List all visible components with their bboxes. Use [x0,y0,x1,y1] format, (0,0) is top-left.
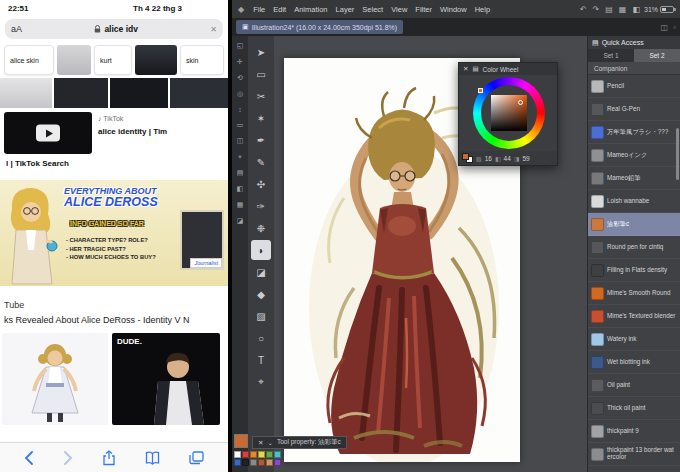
tool-pen[interactable]: ✒ [251,130,271,150]
suggestion-chip[interactable]: kurt [94,45,132,75]
result-title-link[interactable]: ks Revealed About Alice DeRoss - Identit… [0,313,228,329]
snap-icon[interactable]: ⌖ [238,153,242,161]
menu-window[interactable]: Window [436,5,471,14]
menu-view[interactable]: View [387,5,411,14]
mask-icon[interactable]: ◪ [237,217,244,225]
app-menu-icon[interactable]: ◆ [238,5,244,14]
bookmarks-button[interactable] [145,451,160,465]
brush-item[interactable]: Watery ink [588,328,680,351]
panel-toggle-icon[interactable]: ◧ [632,5,640,14]
panel-menu-icon[interactable]: ▤ [472,65,478,73]
play-icon[interactable] [36,125,60,142]
share-button[interactable] [102,450,116,466]
hue-cursor[interactable] [478,88,483,93]
redo-icon[interactable]: ↷ [593,5,600,14]
tool-pencil[interactable]: ✎ [251,152,271,172]
saturation-value-square[interactable] [491,95,527,131]
brush-item[interactable]: Mameoインク [588,144,680,167]
suggestion-thumbnail[interactable] [135,45,177,75]
palette-swatch[interactable] [258,451,265,458]
tabs-button[interactable] [189,451,204,465]
sv-cursor[interactable] [518,100,523,105]
brush-item[interactable]: Thick oil paint [588,397,680,420]
tool-select[interactable]: ➤ [251,42,271,62]
current-color-swatch[interactable] [234,434,248,448]
palette-swatch[interactable] [242,451,249,458]
brush-item[interactable]: Mime's Smooth Round [588,282,680,305]
infographic-image[interactable]: EVERYTHING ABOUT ALICE DEROSS INFO GAINE… [0,180,228,286]
brush-item[interactable]: Oil paint [588,374,680,397]
suggestion-chip[interactable]: skin [180,45,224,75]
image-result[interactable] [110,78,168,108]
close-icon[interactable]: ✕ [258,439,263,447]
brush-item[interactable]: 万年筆風ブラシ・??? [588,121,680,144]
tool-brush[interactable]: ✑ [251,196,271,216]
video-result[interactable]: ♪ TikTok alice identity | Tim [0,108,228,158]
menu-animation[interactable]: Animation [290,5,331,14]
tool-figure[interactable]: ○ [251,328,271,348]
back-button[interactable] [24,451,34,465]
clear-address-button[interactable]: ✕ [210,25,217,34]
select-mode-icon[interactable]: ◱ [237,42,244,50]
panel-scrollbar[interactable] [676,128,679,180]
suggestion-chip[interactable]: alice skin [4,45,54,75]
split-canvas-icon[interactable]: ◫ [661,23,669,32]
video-title[interactable]: alice identity | Tim [98,127,167,136]
alice-image[interactable] [2,333,108,425]
tool-lasso[interactable]: ✂ [251,86,271,106]
flip-icon[interactable]: ↕ [238,106,242,113]
ruler-icon[interactable]: ▤ [237,169,244,177]
grid-icon[interactable]: ◧ [237,185,244,193]
palette-swatch[interactable] [242,459,249,466]
tool-fill[interactable]: ◆ [251,284,271,304]
video-title-line2[interactable]: l | TikTok Search [0,158,228,172]
menu-file[interactable]: File [249,5,269,14]
brush-item[interactable]: 油彩筆c [588,213,680,236]
address-text-wrap[interactable]: alice idv [22,24,210,34]
dude-image[interactable]: DUDE. [112,333,220,425]
tool-decoration[interactable]: ❉ [251,218,271,238]
palette-swatch[interactable] [250,459,257,466]
marquee-icon[interactable]: ▭ [237,121,244,129]
image-result[interactable] [0,78,52,108]
tool-magic-wand[interactable]: ✶ [251,108,271,128]
palette-swatch[interactable] [274,459,281,466]
tool-text[interactable]: T [251,350,271,370]
brush-item[interactable]: Filling in Flats density [588,259,680,282]
reader-button[interactable]: aA [11,24,22,34]
brush-item[interactable]: Loish wannabe [588,190,680,213]
brush-item[interactable]: thickpaint 9 [588,420,680,443]
menu-help[interactable]: Help [471,5,494,14]
tool-airbrush[interactable]: ✣ [251,174,271,194]
forward-button[interactable] [63,451,73,465]
image-result[interactable] [170,78,228,108]
panel-menu-icon[interactable]: ▤ [592,39,599,47]
brush-item[interactable]: Pencil [588,75,680,98]
tool-property-bar[interactable]: ✕ ⌄ Tool property: 油彩筆c [252,436,347,449]
material-icon[interactable]: ▦ [237,201,244,209]
move-icon[interactable]: ✛ [237,58,243,66]
tool-marquee[interactable]: ▭ [251,64,271,84]
brush-item[interactable]: Wet blotting ink [588,351,680,374]
hue-ring[interactable] [473,77,545,149]
zoom-icon[interactable]: ◎ [237,90,243,98]
brush-item[interactable]: Mime's Textured blender [588,305,680,328]
palette-swatch[interactable] [274,451,281,458]
palette-swatch[interactable] [234,459,241,466]
address-bar[interactable]: aA alice idv ✕ [5,19,223,39]
companion-section-header[interactable]: Companion [588,62,680,75]
brush-item[interactable]: Real G-Pen [588,98,680,121]
color-swatch-pair[interactable] [462,153,473,163]
menu-filter[interactable]: Filter [411,5,436,14]
chevron-down-icon[interactable]: ⌄ [267,439,272,447]
menu-edit[interactable]: Edit [269,5,290,14]
palette-swatch[interactable] [266,459,273,466]
palette-swatch[interactable] [258,459,265,466]
tool-blend-selected[interactable]: ◗ [251,240,271,260]
suggestion-thumbnail[interactable] [57,45,91,75]
brush-item[interactable]: Mameo鉛筆 [588,167,680,190]
tool-eraser[interactable]: ◪ [251,262,271,282]
brush-item[interactable]: Round pen for cintiq [588,236,680,259]
video-thumbnail[interactable] [4,112,92,154]
rotate-canvas-icon[interactable]: ⟲ [237,74,243,82]
